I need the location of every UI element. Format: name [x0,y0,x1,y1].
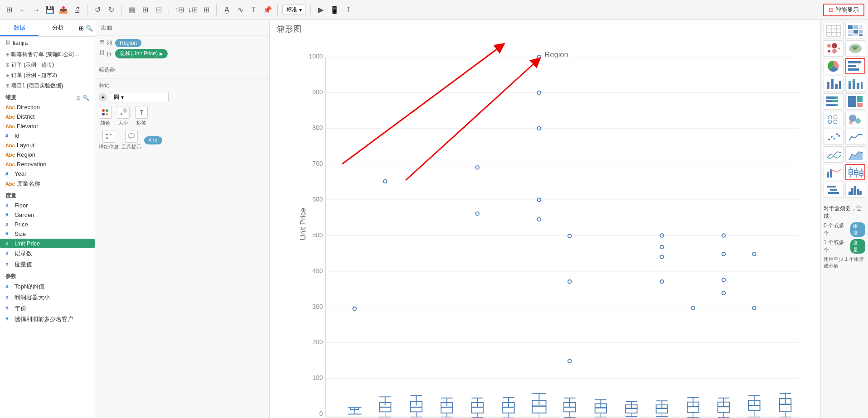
dimension-search-icon[interactable]: 🔍 [82,95,89,101]
cell-area[interactable] [845,146,865,163]
cell-packed-bubbles[interactable] [845,111,865,127]
cell-scatter[interactable] [824,129,844,145]
marks-label-btn[interactable]: T 标签 [135,106,148,126]
cell-stacked-hbar[interactable] [824,93,844,110]
dim-name-Renovation[interactable]: Renovation [17,161,47,168]
meas-name-records[interactable]: 记录数 [15,250,32,258]
marks-size-btn[interactable]: 大小 [117,106,130,126]
dim-Elevator[interactable]: Abc Elevator [0,121,95,131]
cell-dual-line[interactable] [824,146,844,163]
dim-name-Id[interactable]: Id [15,132,19,139]
param-name-profit-size[interactable]: 利润容器大小 [15,293,50,302]
param-name-year[interactable]: 年份 [15,304,26,312]
dim-Renovation[interactable]: Abc Renovation [0,159,95,169]
marks-type-dropdown[interactable]: 圆 ▾ [110,92,169,102]
row-pill[interactable]: 总和(Unit Price) ▶ [115,49,168,58]
cell-circle-view[interactable] [824,111,844,127]
color-icon[interactable]: A̲ [221,5,232,15]
cell-treemap[interactable] [845,93,865,110]
cell-map[interactable] [845,40,865,57]
meas-Size[interactable]: # Size [0,229,95,239]
param-topn[interactable]: # TopN的N值 [0,281,95,292]
tab-data[interactable]: 数据 [0,20,39,36]
marks-tooltip-btn[interactable]: 工具提示 [121,130,141,150]
cell-line[interactable] [845,129,865,145]
dim-name-Direction[interactable]: Direction [17,104,40,111]
param-name-profit-top[interactable]: 选择利润前多少名客户 [15,315,73,323]
meas-records[interactable]: # 记录数 [0,248,95,259]
table-item-2[interactable]: ⊞ 订单 (示例 - 超市2) [0,70,95,81]
presentation-icon[interactable]: ▶ [315,5,326,15]
table-item-3[interactable]: ⊞ 项目1 (项目实验数据) [0,81,95,91]
meas-Price[interactable]: # Price [0,220,95,229]
dim-name-mname[interactable]: 度量名称 [17,180,40,188]
dim-name-Elevator[interactable]: Elevator [17,123,39,130]
dim-name-District[interactable]: District [17,113,35,120]
cell-horizontal-bar[interactable] [845,58,865,74]
grid-icon[interactable]: ⊞ [79,25,84,32]
table-name-1[interactable]: 订单 (示例 - 超市) [11,61,54,69]
table-name-0[interactable]: 咖啡销售订单 (莱咖啡公司... [11,51,79,58]
param-year[interactable]: # 年份 [0,303,95,314]
meas-name-UnitPrice[interactable]: Unit Price [15,240,40,247]
dim-name-Year[interactable]: Year [15,170,26,177]
cell-histogram[interactable] [845,182,865,198]
pin-icon[interactable]: 📌 [262,5,273,15]
group-button[interactable]: ▦ [126,5,137,15]
label-icon[interactable]: T [248,5,259,15]
cell-dual-combo[interactable] [824,164,844,180]
standard-dropdown[interactable]: 标准 ▾ [282,5,306,15]
cell-box-plot[interactable] [845,164,865,180]
dim-name-Layout[interactable]: Layout [17,142,34,149]
datasource-label[interactable]: lianjia [13,39,28,46]
cell-text-table[interactable] [824,23,844,39]
filter-icon2[interactable]: ⊞ [201,5,212,15]
param-name-topn[interactable]: TopN的N值 [15,283,44,291]
marks-color-btn[interactable]: 颜色 [99,106,112,126]
smart-show-button[interactable]: ⊞ 智能显示 [823,4,864,16]
cell-gantt[interactable] [824,182,844,198]
publish-button[interactable]: 📤 [58,5,69,15]
dim-Region[interactable]: Abc Region [0,150,95,159]
meas-Floor[interactable]: # Floor [0,201,95,210]
dimension-grid-icon[interactable]: ⊞ [76,95,81,101]
dim-Id[interactable]: # Id [0,131,95,140]
meas-name-Size[interactable]: Size [15,231,26,237]
sort-desc[interactable]: ↓⊞ [187,5,198,15]
meas-Garden[interactable]: # Garden [0,210,95,220]
device-icon[interactable]: 📱 [329,5,340,15]
dim-Direction[interactable]: Abc Direction [0,102,95,112]
print-button[interactable]: 🖨 [72,5,82,15]
meas-name-Floor[interactable]: Floor [15,202,28,209]
undo-button[interactable]: ↺ [92,5,103,15]
marks-detail-btn[interactable]: 详细信息 [99,130,119,150]
back-button[interactable]: ← [17,5,28,15]
share-icon[interactable]: ⤴ [343,5,354,15]
cell-stacked-bar[interactable] [845,76,865,92]
meas-name-Price[interactable]: Price [15,221,28,228]
dim-District[interactable]: Abc District [0,112,95,121]
table-name-3[interactable]: 项目1 (项目实验数据) [11,82,63,90]
search-icon[interactable]: 🔍 [86,25,93,32]
dim-Year[interactable]: # Year [0,169,95,178]
dim-name-Region[interactable]: Region [17,151,35,158]
annotation-icon[interactable]: ∿ [235,5,246,15]
layout-button[interactable]: ⊟ [153,5,164,15]
sort-asc[interactable]: ↑⊞ [174,5,184,15]
marks-field-pill[interactable]: # Id [144,136,162,144]
forward-button[interactable]: → [31,5,42,15]
dim-Layout[interactable]: Abc Layout [0,140,95,150]
param-profit-top[interactable]: # 选择利润前多少名客户 [0,314,95,325]
cell-pie[interactable] [824,58,844,74]
cell-highlight-table[interactable] [845,23,865,39]
col-pill[interactable]: Region [115,39,141,47]
param-profit-size[interactable]: # 利润容器大小 [0,292,95,303]
save-button[interactable]: 💾 [44,5,55,15]
table-item-1[interactable]: ⊞ 订单 (示例 - 超市) [0,60,95,70]
redo-button[interactable]: ↻ [106,5,116,15]
table-item-0[interactable]: ⊞ 咖啡销售订单 (莱咖啡公司... [0,49,95,60]
dim-measure-name[interactable]: Abc 度量名称 [0,178,95,189]
tab-analysis[interactable]: 分析 [39,20,77,36]
meas-values[interactable]: # 度量值 [0,259,95,270]
cell-heat-map[interactable] [824,40,844,57]
